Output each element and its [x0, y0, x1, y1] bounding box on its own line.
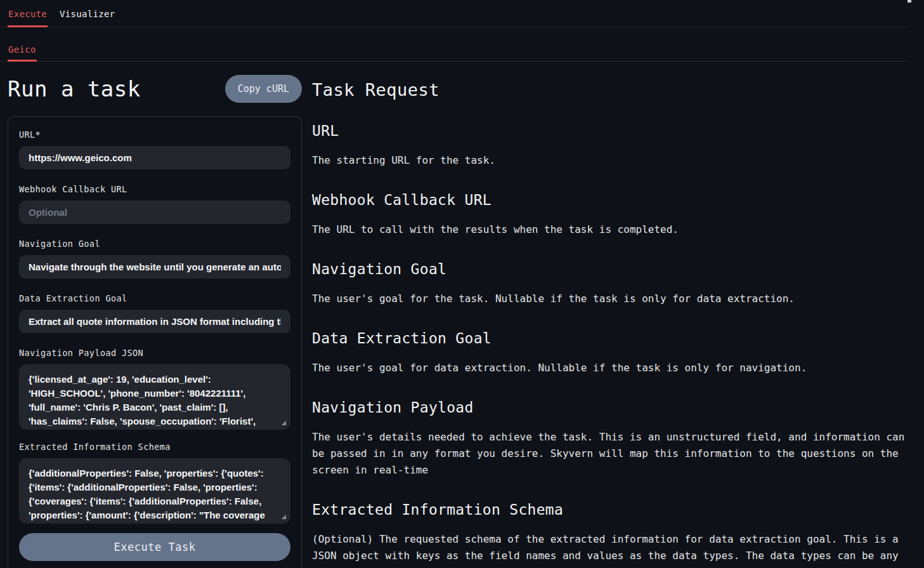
doc-section-navigation-payload: Navigation Payload The user's details ne… [312, 399, 911, 479]
doc-body: (Optional) The requested schema of the e… [312, 531, 911, 568]
webhook-input[interactable] [19, 201, 290, 224]
data-extraction-goal-label: Data Extraction Goal [19, 293, 290, 303]
run-task-card: URL* Webhook Callback URL Navigation Goa… [8, 116, 302, 568]
navigation-payload-label: Navigation Payload JSON [19, 348, 290, 358]
doc-heading: Webhook Callback URL [312, 192, 911, 208]
doc-heading: URL [312, 122, 911, 139]
primary-tab-bar: Execute Visualizer [0, 0, 908, 27]
form-header: Run a task Copy cURL [8, 74, 302, 104]
webhook-label: Webhook Callback URL [19, 184, 290, 194]
doc-body: The user's goal for data extraction. Nul… [312, 360, 911, 376]
webhook-field-group: Webhook Callback URL [19, 184, 290, 224]
navigation-goal-label: Navigation Goal [19, 239, 290, 249]
doc-heading: Navigation Goal [312, 261, 911, 277]
doc-section-url: URL The starting URL for the task. [312, 122, 911, 169]
scrollbar-thumb[interactable] [908, 0, 911, 3]
doc-section-schema: Extracted Information Schema (Optional) … [312, 501, 911, 568]
task-form-panel: Run a task Copy cURL URL* Webhook Callba… [8, 62, 302, 568]
doc-heading: Data Extraction Goal [312, 330, 911, 347]
data-extraction-goal-field-group: Data Extraction Goal [19, 293, 290, 333]
doc-body: The starting URL for the task. [312, 152, 911, 169]
tab-visualizer[interactable]: Visualizer [59, 0, 115, 27]
doc-body: The user's goal for the task. Nullable i… [312, 291, 911, 307]
navigation-goal-field-group: Navigation Goal [19, 239, 290, 279]
tab-execute[interactable]: Execute [8, 0, 48, 27]
navigation-goal-input[interactable] [19, 255, 290, 279]
schema-field-group: Extracted Information Schema {'additiona… [19, 442, 290, 524]
navigation-payload-textarea[interactable]: {'licensed_at_age': 19, 'education_level… [19, 364, 290, 430]
doc-heading: Navigation Payload [312, 399, 911, 416]
data-extraction-goal-input[interactable] [19, 310, 290, 333]
schema-textarea[interactable]: {'additionalProperties': False, 'propert… [19, 458, 290, 524]
resize-handle-icon[interactable] [282, 515, 286, 519]
doc-section-data-extraction-goal: Data Extraction Goal The user's goal for… [312, 330, 911, 376]
url-label: URL* [19, 129, 290, 140]
execute-task-button[interactable]: Execute Task [19, 533, 290, 561]
main-content: Run a task Copy cURL URL* Webhook Callba… [0, 62, 924, 568]
resize-handle-icon[interactable] [282, 421, 286, 425]
url-input[interactable] [19, 146, 290, 169]
navigation-payload-field-group: Navigation Payload JSON {'licensed_at_ag… [19, 348, 290, 430]
secondary-tab-bar: Geico [0, 27, 908, 62]
copy-curl-button[interactable]: Copy cURL [225, 75, 302, 103]
doc-body: The user's details needed to achieve the… [312, 429, 911, 479]
docs-title: Task Request [312, 80, 911, 100]
task-request-docs: Task Request URL The starting URL for th… [312, 62, 911, 568]
doc-section-webhook: Webhook Callback URL The URL to call wit… [312, 192, 911, 238]
page-title: Run a task [8, 76, 141, 102]
subtab-geico[interactable]: Geico [8, 27, 37, 62]
url-field-group: URL* [19, 129, 290, 169]
doc-heading: Extracted Information Schema [312, 501, 911, 518]
doc-section-navigation-goal: Navigation Goal The user's goal for the … [312, 261, 911, 307]
doc-body: The URL to call with the results when th… [312, 221, 911, 238]
schema-label: Extracted Information Schema [19, 442, 290, 452]
